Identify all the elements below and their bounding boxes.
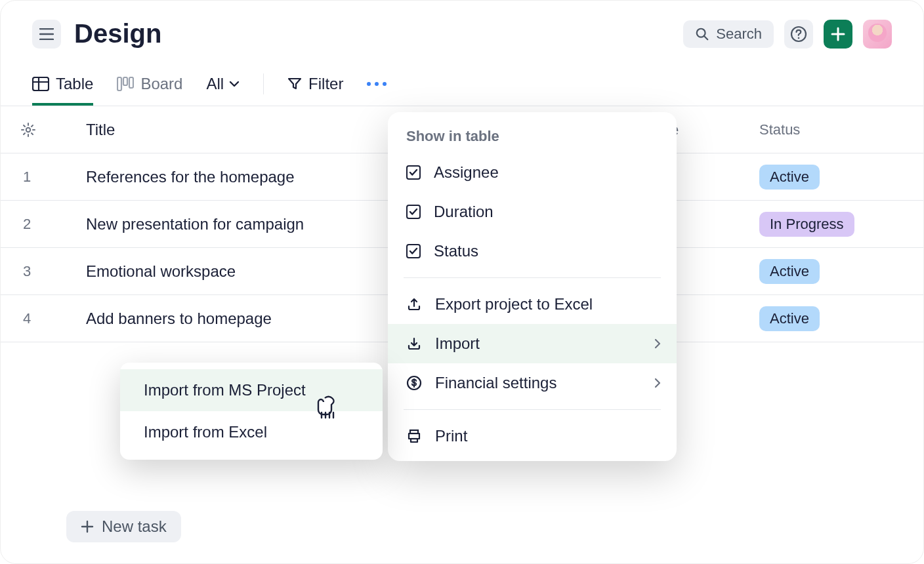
filter-all-dropdown[interactable]: All [206, 75, 240, 93]
checkbox-checked-icon [406, 165, 421, 180]
more-options-panel: Show in table Assignee Duration Status E… [388, 112, 677, 461]
tab-board-label: Board [140, 75, 182, 93]
board-icon [117, 77, 134, 91]
tab-table-label: Table [56, 75, 93, 93]
toggle-assignee-label: Assignee [434, 163, 499, 182]
export-excel-item[interactable]: Export project to Excel [388, 285, 677, 324]
new-task-label: New task [102, 517, 167, 536]
toggle-status-label: Status [434, 242, 478, 260]
filter-button[interactable]: Filter [287, 75, 343, 93]
svg-rect-3 [33, 77, 49, 91]
filter-label: Filter [308, 75, 343, 93]
row-number: 2 [20, 216, 79, 233]
dollar-icon [406, 375, 422, 391]
add-button[interactable] [824, 20, 852, 49]
toggle-assignee[interactable]: Assignee [388, 153, 677, 192]
import-excel-item[interactable]: Import from Excel [120, 411, 383, 453]
dot-icon [383, 82, 387, 86]
filter-all-label: All [206, 75, 224, 93]
plus-icon [831, 27, 845, 41]
financial-settings-label: Financial settings [435, 374, 556, 392]
search-label: Search [716, 26, 762, 43]
row-number: 4 [20, 310, 79, 327]
import-submenu: Import from MS Project Import from Excel [120, 363, 383, 460]
dot-icon [375, 82, 379, 86]
hamburger-menu-button[interactable] [32, 20, 61, 49]
panel-section-label: Show in table [388, 128, 677, 153]
menu-icon [39, 28, 54, 40]
export-icon [406, 296, 422, 312]
gear-icon[interactable] [20, 122, 36, 138]
help-button[interactable] [784, 20, 813, 49]
separator [404, 277, 661, 278]
print-item[interactable]: Print [388, 416, 677, 456]
status-badge: Active [759, 165, 820, 190]
import-label: Import [435, 334, 480, 353]
dot-icon [367, 82, 371, 86]
toggle-duration-label: Duration [434, 203, 494, 221]
svg-rect-4 [117, 77, 121, 91]
status-badge: In Progress [759, 212, 854, 237]
table-icon [32, 77, 49, 91]
svg-rect-5 [123, 77, 127, 85]
import-icon [406, 336, 422, 352]
status-badge: Active [759, 306, 820, 331]
search-icon [695, 27, 709, 41]
filter-icon [287, 77, 302, 91]
toggle-duration[interactable]: Duration [388, 192, 677, 232]
plus-icon [81, 520, 94, 533]
svg-rect-6 [129, 77, 133, 88]
toggle-status[interactable]: Status [388, 232, 677, 271]
row-number: 3 [20, 263, 79, 280]
column-status[interactable]: Status [759, 121, 904, 138]
import-item[interactable]: Import [388, 324, 677, 363]
print-label: Print [435, 427, 467, 445]
new-task-button[interactable]: New task [66, 511, 181, 542]
svg-point-2 [798, 37, 800, 39]
help-icon [790, 26, 807, 43]
print-icon [406, 428, 422, 444]
separator [404, 409, 661, 410]
svg-point-7 [26, 127, 30, 131]
separator [263, 73, 264, 94]
import-ms-project-item[interactable]: Import from MS Project [120, 369, 383, 411]
avatar[interactable] [863, 20, 892, 49]
export-excel-label: Export project to Excel [435, 295, 593, 313]
chevron-right-icon [654, 338, 661, 349]
chevron-right-icon [654, 378, 661, 388]
tab-table[interactable]: Table [32, 62, 93, 106]
chevron-down-icon [229, 81, 240, 87]
financial-settings-item[interactable]: Financial settings [388, 363, 677, 403]
checkbox-checked-icon [406, 244, 421, 258]
more-options-button[interactable] [367, 82, 387, 86]
tab-board[interactable]: Board [117, 62, 182, 106]
checkbox-checked-icon [406, 205, 421, 219]
page-title: Design [74, 19, 670, 49]
search-button[interactable]: Search [683, 20, 774, 48]
row-number: 1 [20, 169, 79, 186]
status-badge: Active [759, 259, 820, 284]
